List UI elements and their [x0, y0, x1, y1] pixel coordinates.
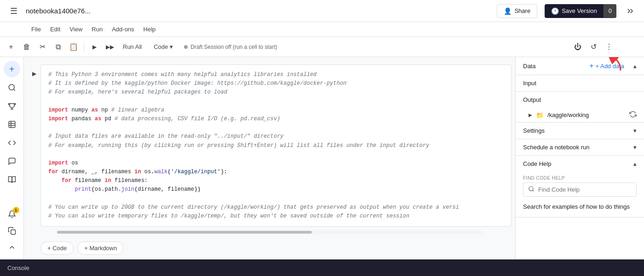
sidebar-item-table[interactable] [4, 116, 20, 133]
h-scrollbar-thumb[interactable] [57, 231, 312, 234]
delete-cell-button[interactable]: 🗑 [19, 40, 34, 54]
power-button[interactable]: ⏻ [570, 40, 585, 54]
hamburger-icon[interactable]: ☰ [6, 3, 22, 19]
menu-bar: File Edit View Run Add-ons Help [0, 22, 644, 37]
refresh-button[interactable]: ↺ [586, 40, 601, 54]
svg-line-9 [533, 190, 534, 192]
notebook-title: notebooka1400e76... [26, 7, 91, 15]
left-sidebar: + [0, 57, 24, 259]
input-section-header[interactable]: Input [516, 75, 644, 91]
session-status: Draft Session off (run a cell to start) [184, 44, 277, 50]
menu-help[interactable]: Help [140, 24, 160, 35]
expand-icon[interactable]: ▶ [529, 112, 532, 117]
svg-point-0 [9, 84, 14, 90]
data-section-header: Data + + Add data [516, 57, 644, 75]
schedule-section-header[interactable]: Schedule a notebook run ▾ [516, 139, 644, 155]
output-path: /kaggle/working [547, 112, 626, 118]
paste-button[interactable]: 📋 [66, 40, 81, 54]
code-help-section: Code Help ▴ FIND CODE HELP Search for ex… [516, 156, 644, 217]
add-cell-button[interactable]: + [4, 40, 18, 54]
data-title: Data [523, 63, 535, 70]
run-all-cells-button[interactable]: ▶▶ [103, 40, 117, 54]
search-icon [528, 186, 535, 194]
svg-point-8 [529, 187, 533, 191]
top-bar: ☰ notebooka1400e76... 👤 Share 🕐 Save Ver… [0, 0, 644, 22]
notebook-area[interactable]: ▶ # This Python 3 environment comes with… [24, 57, 515, 259]
code-help-search-input[interactable] [538, 186, 632, 193]
save-version-count[interactable]: 0 [604, 4, 616, 18]
menu-run[interactable]: Run [88, 24, 106, 35]
schedule-section: Schedule a notebook run ▾ [516, 139, 644, 156]
session-status-text: Draft Session off (run a cell to start) [190, 44, 277, 50]
output-section: Output ▶ 📁 /kaggle/working [516, 92, 644, 123]
save-version-button[interactable]: 🕐 Save Version 0 [545, 4, 616, 18]
svg-rect-6 [11, 230, 15, 235]
toolbar: + 🗑 ✂ ⧉ 📋 ▶ ▶▶ Run All Code ▾ Draft Sess… [0, 37, 644, 57]
settings-section: Settings ▾ [516, 123, 644, 139]
sidebar-collapse-button[interactable] [4, 239, 20, 256]
sidebar-item-learn[interactable] [4, 171, 20, 188]
cell-type-label: Code [154, 43, 168, 50]
share-label: Share [514, 7, 530, 14]
run-all-button[interactable]: Run All [118, 41, 146, 52]
h-scrollbar[interactable] [57, 230, 482, 234]
right-panel: Data + + Add data [515, 57, 644, 259]
console-label: Console [7, 264, 29, 271]
output-item: ▶ 📁 /kaggle/working [516, 108, 644, 122]
save-version-label: Save Version [562, 7, 597, 14]
menu-addons[interactable]: Add-ons [108, 24, 138, 35]
sidebar-item-notifications[interactable]: 1 [4, 206, 20, 223]
menu-view[interactable]: View [66, 24, 86, 35]
cut-button[interactable]: ✂ [35, 40, 50, 54]
more-options-button[interactable]: ⋮ [602, 40, 616, 54]
notebook-wrapper: ▶ # This Python 3 environment comes with… [24, 65, 515, 258]
menu-edit[interactable]: Edit [46, 24, 64, 35]
sidebar-add-button[interactable]: + [4, 61, 20, 77]
collapse-data-button[interactable]: ▴ [633, 63, 637, 70]
chevron-up-icon: ▴ [633, 160, 637, 167]
chevron-down-icon: ▾ [633, 127, 637, 134]
input-label: Input [523, 80, 536, 87]
add-cell-bar: + Code + Markdown [24, 238, 515, 258]
code-help-header[interactable]: Code Help ▴ [516, 156, 644, 172]
notification-badge: 1 [13, 207, 19, 213]
sidebar-item-trophy[interactable] [4, 98, 20, 114]
menu-file[interactable]: File [28, 24, 45, 35]
sidebar-item-code[interactable] [4, 135, 20, 151]
person-icon: 👤 [504, 7, 512, 15]
svg-rect-2 [9, 121, 15, 128]
console-bar[interactable]: Console [0, 259, 644, 276]
code-cell-container: ▶ # This Python 3 environment comes with… [24, 65, 515, 227]
settings-label: Settings [523, 127, 545, 134]
schedule-label: Schedule a notebook run [523, 144, 590, 151]
share-button[interactable]: 👤 Share [497, 4, 537, 18]
output-section-header[interactable]: Output [516, 92, 644, 108]
add-data-button[interactable]: + + Add data [587, 61, 626, 71]
chevron-down-icon-schedule: ▾ [633, 144, 637, 151]
code-help-label: Code Help [523, 160, 551, 167]
h-scrollbar-container [24, 230, 515, 234]
plus-icon: + [589, 62, 593, 70]
chevron-down-icon: ▾ [170, 43, 173, 50]
collapse-panel-button[interactable] [622, 3, 638, 19]
folder-icon: 📁 [536, 112, 544, 119]
settings-section-header[interactable]: Settings ▾ [516, 123, 644, 139]
code-cell[interactable]: # This Python 3 environment comes with m… [40, 65, 512, 227]
sidebar-item-search[interactable] [4, 79, 20, 96]
add-data-label: + Add data [595, 63, 624, 70]
add-code-cell-button[interactable]: + Code [40, 241, 74, 255]
run-cell-button[interactable]: ▶ [87, 40, 102, 54]
sidebar-item-clipboard[interactable] [4, 223, 20, 239]
output-label: Output [523, 96, 541, 103]
svg-line-1 [13, 89, 15, 90]
code-help-description: Search for examples of how to do things [516, 200, 644, 217]
cell-type-dropdown[interactable]: Code ▾ [149, 41, 178, 52]
copy-button[interactable]: ⧉ [51, 40, 65, 54]
main-area: + [0, 57, 644, 259]
add-markdown-cell-button[interactable]: + Markdown [77, 241, 124, 255]
sidebar-item-comment[interactable] [4, 153, 20, 170]
sync-icon[interactable] [629, 111, 637, 119]
toolbar-divider [84, 42, 84, 52]
status-dot [184, 45, 188, 49]
cell-run-button[interactable]: ▶ [28, 67, 40, 80]
